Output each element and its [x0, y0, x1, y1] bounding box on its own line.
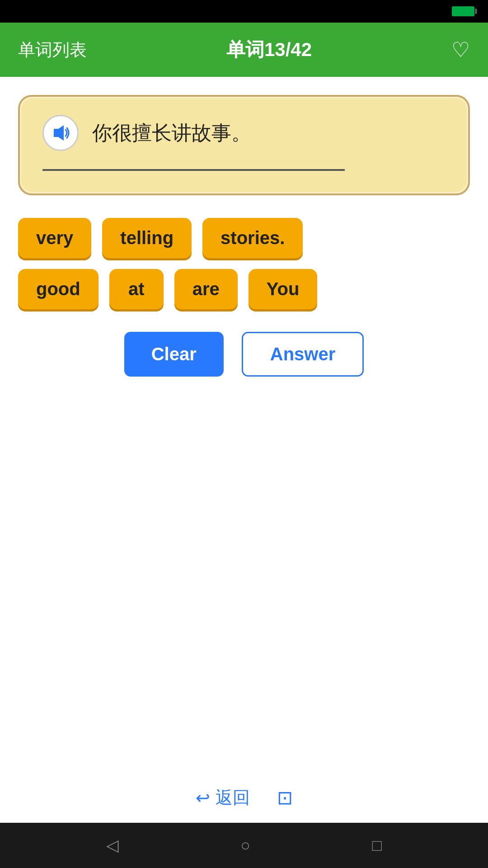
svg-marker-0: [54, 125, 64, 141]
header-title: 单词13/42: [226, 37, 312, 62]
word-btn-at[interactable]: at: [109, 269, 164, 309]
android-recent-button[interactable]: □: [372, 836, 382, 855]
nav-square-button[interactable]: ⊡: [277, 787, 293, 809]
word-btn-very[interactable]: very: [18, 218, 91, 258]
answer-button[interactable]: Answer: [242, 332, 364, 377]
sentence-top: 你很擅长讲故事。: [42, 115, 446, 151]
chinese-sentence: 你很擅长讲故事。: [92, 120, 251, 146]
back-label[interactable]: 单词列表: [18, 38, 87, 61]
nav-back-icon: ↩: [196, 788, 210, 808]
favorite-icon[interactable]: ♡: [451, 38, 470, 62]
main-content: 你很擅长讲故事。 very telling stories. good at a…: [0, 77, 488, 823]
word-row-1: very telling stories.: [18, 218, 303, 258]
nav-back-label: 返回: [216, 786, 250, 809]
clear-button[interactable]: Clear: [124, 332, 224, 377]
title-progress: 13/42: [264, 39, 312, 60]
word-choices: very telling stories. good at are You: [18, 218, 470, 309]
word-btn-telling[interactable]: telling: [102, 218, 192, 258]
answer-underline: [42, 169, 345, 171]
speaker-icon: [50, 123, 71, 143]
word-row-2: good at are You: [18, 269, 317, 309]
word-btn-good[interactable]: good: [18, 269, 99, 309]
header: 单词列表 单词13/42 ♡: [0, 23, 488, 77]
action-buttons: Clear Answer: [124, 332, 364, 377]
sentence-card: 你很擅长讲故事。: [18, 95, 470, 195]
android-home-button[interactable]: ○: [240, 836, 250, 855]
title-prefix: 单词: [226, 39, 264, 60]
speaker-button[interactable]: [42, 115, 79, 151]
word-btn-are[interactable]: are: [174, 269, 238, 309]
status-bar: [0, 0, 488, 23]
word-btn-you[interactable]: You: [249, 269, 318, 309]
android-back-button[interactable]: ◁: [106, 836, 119, 855]
bottom-nav: ↩ 返回 ⊡: [18, 773, 470, 823]
word-btn-stories[interactable]: stories.: [202, 218, 303, 258]
nav-back-button[interactable]: ↩ 返回: [196, 786, 250, 809]
android-nav-bar: ◁ ○ □: [0, 823, 488, 868]
battery-icon: [452, 6, 474, 16]
